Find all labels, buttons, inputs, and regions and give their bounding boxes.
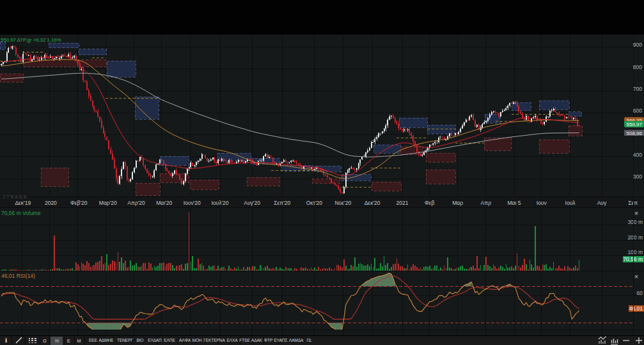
svg-text:Δεκ'19: Δεκ'19 (15, 200, 31, 206)
svg-text:ΑΔΜΗΕ: ΑΔΜΗΕ (99, 338, 114, 342)
svg-text:Ιουν'20: Ιουν'20 (184, 200, 201, 206)
svg-text:ΜΟΗ: ΜΟΗ (192, 338, 201, 342)
svg-text:Αυγ: Αυγ (597, 200, 607, 206)
svg-text:ΓΕΚΤΕΡΝΑ: ΓΕΚΤΕΡΝΑ (203, 338, 225, 342)
svg-text:700: 700 (633, 86, 642, 92)
svg-text:2020: 2020 (45, 200, 57, 206)
svg-text:ΒΙΟ: ΒΙΟ (136, 338, 143, 342)
svg-text:ΓΔ: ΓΔ (306, 338, 311, 342)
svg-text:ΛΑΜΔΑ: ΛΑΜΔΑ (289, 338, 304, 342)
svg-text:70,56 m Volume: 70,56 m Volume (1, 210, 41, 216)
svg-text:Μαι 5: Μαι 5 (508, 200, 521, 206)
svg-text:×: × (634, 273, 638, 280)
svg-text:i: i (5, 336, 7, 344)
svg-text:ΦΤΡ: ΦΤΡ (264, 338, 273, 342)
svg-text:Ω: Ω (43, 338, 47, 344)
svg-text:Μαρ'20: Μαρ'20 (99, 200, 117, 206)
svg-text:60: 60 (637, 290, 643, 296)
svg-text:Οκτ'20: Οκτ'20 (306, 200, 323, 206)
svg-text:Νοε'20: Νοε'20 (334, 200, 351, 206)
svg-text:550,97: 550,97 (627, 122, 643, 127)
svg-text:900: 900 (633, 42, 642, 48)
svg-text:508,96: 508,96 (627, 131, 643, 136)
svg-text:H: H (55, 338, 58, 344)
svg-text:Μαρ: Μαρ (452, 200, 463, 206)
svg-text:46,01: 46,01 (629, 305, 643, 312)
svg-text:ΕΥΔΑΠ: ΕΥΔΑΠ (148, 338, 162, 342)
svg-text:ΤΕΝΕΡΓ: ΤΕΝΕΡΓ (117, 338, 133, 342)
svg-text:100 m: 100 m (627, 249, 643, 255)
svg-text:300 m: 300 m (627, 219, 643, 225)
svg-text:Σεπ'20: Σεπ'20 (274, 200, 290, 206)
svg-text:800: 800 (633, 64, 642, 70)
svg-text:Ιουλ'20: Ιουλ'20 (211, 200, 228, 206)
svg-text:400: 400 (633, 152, 642, 158)
svg-text:ΑΛΦΑ: ΑΛΦΑ (179, 338, 191, 342)
svg-text:ΕΕΕ: ΕΕΕ (89, 338, 98, 342)
svg-text:ΕΛΠΕ: ΕΛΠΕ (164, 338, 175, 342)
svg-text:M: M (77, 338, 81, 344)
svg-text:Φεβ'20: Φεβ'20 (70, 200, 88, 206)
svg-text:Αυγ'20: Αυγ'20 (244, 200, 260, 206)
svg-text:Ιουλ: Ιουλ (565, 200, 576, 206)
svg-text:Απρ: Απρ (481, 200, 492, 206)
svg-text:ΑΔΑΚ: ΑΔΑΚ (251, 338, 263, 342)
svg-text:300: 300 (633, 173, 642, 180)
svg-text:Δεκ'20: Δεκ'20 (365, 200, 381, 206)
svg-text:46,01 RSI(14): 46,01 RSI(14) (1, 273, 35, 279)
svg-text:600: 600 (633, 108, 642, 114)
svg-text:Φεβ: Φεβ (425, 200, 435, 206)
svg-text:ZTRADE: ZTRADE (3, 194, 27, 200)
svg-text:550,97 ΔΤΡ.gr +6,32 1,16%: 550,97 ΔΤΡ.gr +6,32 1,16% (1, 37, 61, 43)
svg-text:×: × (634, 209, 638, 217)
svg-text:Ιουν: Ιουν (537, 200, 547, 206)
svg-text:Απρ'20: Απρ'20 (127, 200, 145, 206)
svg-text:200 m: 200 m (627, 234, 643, 241)
svg-text:E: E (67, 338, 70, 344)
svg-text:2021: 2021 (397, 200, 409, 206)
svg-text:ΕΥΑΠΣ: ΕΥΑΠΣ (274, 338, 287, 342)
svg-text:Μαι'20: Μαι'20 (156, 200, 172, 206)
svg-text:FTSE: FTSE (239, 338, 250, 342)
svg-text:ΕΛΧΑ: ΕΛΧΑ (226, 338, 238, 342)
